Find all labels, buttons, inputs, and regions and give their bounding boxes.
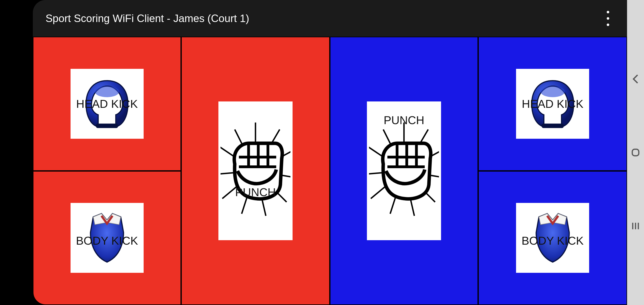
blue-body-kick-button[interactable]: BODY KICK xyxy=(478,171,627,305)
blue-punch-button[interactable]: PUNCH xyxy=(330,37,478,305)
phone-frame: Sport Scoring WiFi Client - James (Court… xyxy=(0,0,627,305)
fist-icon xyxy=(218,102,292,240)
scoring-grid: HEAD KICK xyxy=(33,37,627,305)
topbar: Sport Scoring WiFi Client - James (Court… xyxy=(33,0,627,37)
recent-apps-icon[interactable] xyxy=(629,220,642,232)
chest-guard-icon xyxy=(70,203,144,273)
red-body-kick-button[interactable]: BODY KICK xyxy=(33,171,181,305)
back-icon[interactable] xyxy=(629,73,642,85)
svg-point-0 xyxy=(95,86,119,97)
red-punch-button[interactable]: PUNCH xyxy=(181,37,330,305)
helmet-icon xyxy=(70,69,144,139)
home-icon[interactable] xyxy=(629,146,642,159)
fist-icon xyxy=(367,102,441,240)
helmet-icon xyxy=(516,69,589,139)
svg-point-24 xyxy=(540,86,564,97)
chest-guard-icon xyxy=(516,203,589,273)
blue-head-kick-button[interactable]: HEAD KICK xyxy=(478,37,627,171)
more-vert-icon[interactable] xyxy=(602,6,614,31)
red-head-kick-button[interactable]: HEAD KICK xyxy=(33,37,181,171)
app-window: Sport Scoring WiFi Client - James (Court… xyxy=(33,0,627,305)
svg-rect-26 xyxy=(632,149,639,156)
app-title: Sport Scoring WiFi Client - James (Court… xyxy=(46,12,602,24)
android-nav-bar xyxy=(627,0,644,305)
svg-rect-25 xyxy=(542,124,564,128)
svg-rect-1 xyxy=(96,124,118,128)
